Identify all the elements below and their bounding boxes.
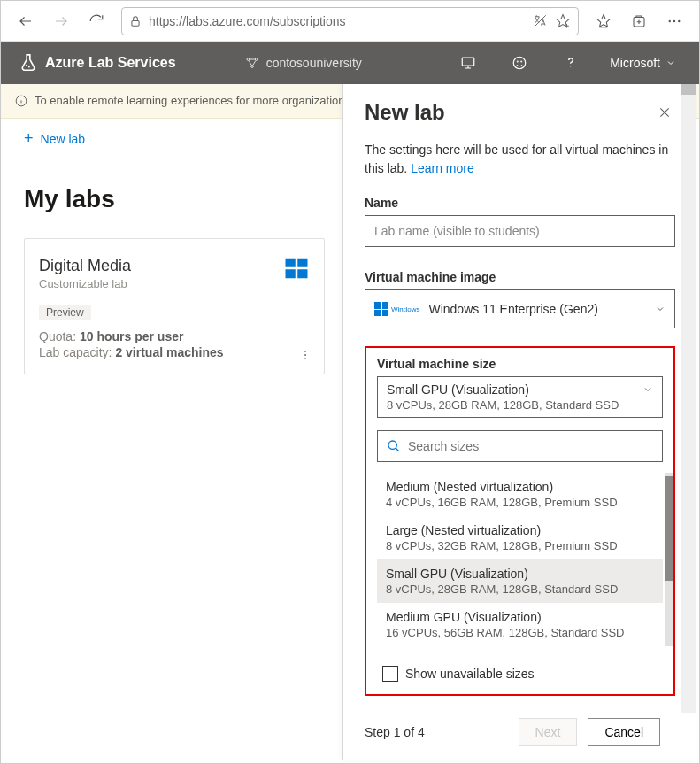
no-translate-icon[interactable] [532,13,548,29]
chevron-down-icon [665,58,676,68]
new-lab-label: New lab [41,132,86,146]
svg-point-18 [570,66,572,67]
svg-point-15 [513,57,526,69]
size-option[interactable]: Medium GPU (Visualization) 16 vCPUs, 56G… [377,603,663,646]
url-text: https://labs.azure.com/subscriptions [149,14,525,28]
windows-icon [283,255,310,282]
svg-point-28 [304,358,306,359]
lab-subtitle: Customizable lab [39,277,310,290]
panel-title: New lab [365,100,654,125]
panel-description: The settings here will be used for all v… [365,141,675,178]
vm-size-section: Virtual machine size Small GPU (Visualiz… [365,346,675,696]
show-unavailable-row[interactable]: Show unavailable sizes [377,666,663,682]
size-selected-specs: 8 vCPUs, 28GB RAM, 128GB, Standard SSD [387,398,653,412]
svg-rect-14 [462,58,474,66]
svg-rect-22 [286,259,296,267]
windows-badge: Windows [374,302,419,316]
svg-point-17 [521,61,522,62]
vm-size-select[interactable]: Small GPU (Visualization) 8 vCPUs, 28GB … [377,376,663,418]
svg-rect-23 [297,259,307,267]
size-selected-name: Small GPU (Visualization) [387,382,529,397]
chevron-down-icon [655,304,665,314]
feedback-button[interactable] [502,55,537,71]
next-button[interactable]: Next [519,718,578,746]
labs-logo-icon [19,53,38,73]
help-button[interactable] [553,55,588,71]
quota-line: Quota: 10 hours per user [39,329,310,343]
add-favorite-icon[interactable] [555,13,571,29]
collections-button[interactable] [623,5,655,37]
svg-line-30 [396,448,398,451]
size-search-box[interactable] [377,430,663,462]
svg-point-12 [255,58,258,61]
new-lab-button[interactable]: + New lab [15,124,94,153]
lab-title: Digital Media [39,257,310,275]
svg-point-6 [669,19,671,21]
refresh-button[interactable] [81,5,112,37]
svg-point-9 [26,65,27,66]
image-label: Virtual machine image [365,270,675,284]
brand-text: Azure Lab Services [45,55,176,71]
size-label: Virtual machine size [377,357,663,371]
capacity-line: Lab capacity: 2 virtual machines [39,345,310,359]
step-label: Step 1 of 4 [365,725,508,739]
address-bar[interactable]: https://labs.azure.com/subscriptions [121,7,579,35]
brand[interactable]: Azure Lab Services [19,53,176,73]
svg-point-26 [304,351,306,352]
cancel-button[interactable]: Cancel [588,718,660,746]
chevron-down-icon [642,384,653,395]
svg-point-16 [518,61,519,62]
svg-point-27 [304,354,306,356]
panel-footer: Step 1 of 4 Next Cancel [343,707,681,760]
size-list-scrollbar[interactable] [665,473,673,646]
preview-badge: Preview [39,305,91,320]
learn-more-link[interactable]: Learn more [411,161,474,175]
svg-rect-25 [297,269,307,278]
org-name: contosouniversity [266,56,362,70]
svg-point-7 [673,19,675,21]
svg-rect-0 [132,20,139,26]
azure-header: Azure Lab Services contosouniversity Mic… [1,42,699,84]
account-menu[interactable]: Microsoft [604,56,681,70]
monitor-button[interactable] [450,55,486,71]
show-unavailable-label: Show unavailable sizes [405,667,535,681]
size-option[interactable]: Large (Nested virtualization) 8 vCPUs, 3… [377,516,663,559]
card-more-button[interactable] [296,345,315,365]
network-icon [245,56,259,70]
name-label: Name [365,196,675,210]
favorites-button[interactable] [588,5,619,37]
show-unavailable-checkbox[interactable] [382,666,398,682]
new-lab-panel: New lab The settings here will be used f… [342,84,696,760]
vm-image-select[interactable]: Windows Windows 11 Enterprise (Gen2) [365,289,675,328]
svg-point-10 [28,66,30,68]
more-button[interactable] [658,5,690,37]
forward-button[interactable] [45,5,77,37]
svg-point-29 [388,441,396,449]
size-option-selected[interactable]: Small GPU (Visualization) 8 vCPUs, 28GB … [377,559,663,603]
size-list: Medium (Nested virtualization) 4 vCPUs, … [377,473,663,646]
browser-toolbar: https://labs.azure.com/subscriptions [1,1,699,42]
close-button[interactable] [654,102,675,123]
lab-card[interactable]: Digital Media Customizable lab Preview Q… [24,238,325,374]
plus-icon: + [24,129,34,148]
svg-point-13 [250,66,253,68]
search-icon [387,439,401,453]
panel-header: New lab [343,84,696,134]
image-value: Windows 11 Enterprise (Gen2) [428,302,597,316]
svg-point-11 [247,58,250,61]
back-button[interactable] [10,5,42,37]
lab-name-input[interactable] [365,215,675,247]
svg-point-8 [678,19,680,21]
size-option[interactable]: Medium (Nested virtualization) 4 vCPUs, … [377,473,663,516]
org-selector[interactable]: contosouniversity [245,56,362,70]
panel-scrollbar[interactable] [681,84,696,713]
info-icon [15,95,27,107]
account-name: Microsoft [610,56,660,70]
size-search-input[interactable] [408,439,653,453]
lock-icon [129,15,142,27]
svg-rect-24 [286,269,296,278]
